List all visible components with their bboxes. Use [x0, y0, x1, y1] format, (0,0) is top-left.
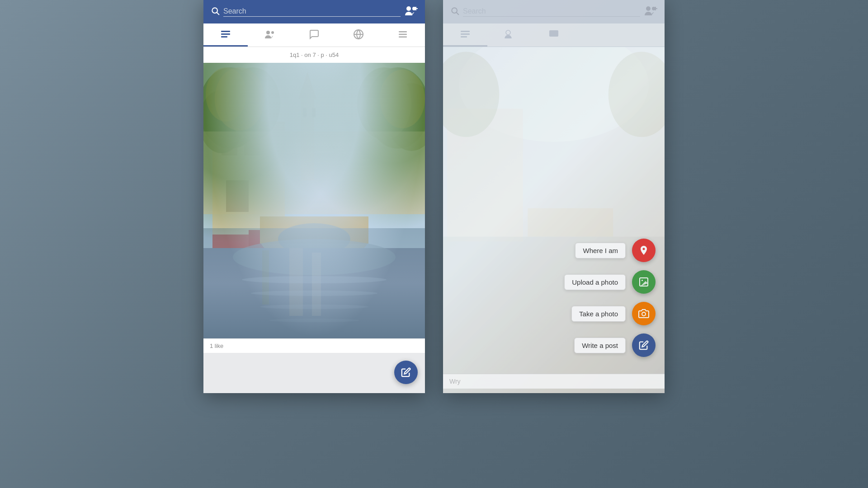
app-container: Search	[0, 0, 868, 488]
svg-point-18	[242, 63, 387, 126]
svg-rect-19	[212, 122, 285, 248]
svg-rect-23	[226, 180, 249, 212]
left-header: Search	[203, 0, 425, 23]
svg-rect-7	[221, 33, 230, 35]
svg-point-31	[203, 90, 244, 153]
nav-item-globe[interactable]	[336, 23, 381, 47]
svg-point-9	[266, 31, 270, 34]
svg-point-36	[387, 83, 425, 151]
post-footer: 1 like	[203, 338, 425, 353]
painting-canvas	[203, 63, 425, 338]
right-search-placeholder[interactable]: Search	[463, 7, 640, 17]
left-nav-bar	[203, 23, 425, 47]
search-placeholder-text[interactable]: Search	[223, 7, 401, 17]
nav-item-messages[interactable]	[292, 23, 336, 47]
where-i-am-button[interactable]	[632, 239, 656, 262]
svg-rect-44	[289, 248, 303, 316]
svg-rect-22	[244, 135, 260, 155]
compose-fab-button[interactable]	[394, 361, 418, 384]
friends-request-icon[interactable]	[405, 5, 418, 18]
svg-point-49	[260, 305, 368, 309]
svg-rect-25	[249, 230, 285, 248]
write-post-row: Write a post	[574, 333, 656, 357]
action-buttons-overlay: Where I am Upload a photo	[564, 239, 656, 357]
svg-marker-27	[298, 72, 316, 99]
upload-photo-label: Upload a photo	[564, 274, 626, 290]
right-nav-item-home[interactable]	[443, 23, 487, 47]
post-header: 1q1 · on 7 · p · u54	[203, 47, 425, 63]
svg-rect-57	[461, 31, 470, 32]
svg-rect-45	[312, 253, 321, 316]
right-write-bar: Wry	[443, 374, 665, 389]
right-header: Search	[443, 0, 665, 23]
write-post-label: Write a post	[574, 338, 626, 353]
write-placeholder[interactable]: Wry	[449, 378, 658, 385]
take-photo-button[interactable]	[632, 302, 656, 325]
svg-rect-29	[312, 108, 316, 117]
painting-svg	[203, 63, 425, 338]
svg-rect-8	[221, 36, 227, 38]
svg-point-47	[242, 276, 387, 283]
svg-point-37	[357, 67, 411, 140]
right-nav-item-4[interactable]	[576, 23, 620, 47]
svg-line-52	[457, 12, 459, 14]
phone-left: Search	[203, 0, 425, 393]
take-photo-row: Take a photo	[571, 302, 656, 325]
nav-item-home[interactable]	[203, 23, 248, 47]
svg-rect-59	[461, 36, 467, 38]
svg-rect-28	[303, 108, 307, 117]
post-meta-text: 1q1 · on 7 · p · u54	[290, 52, 339, 58]
right-nav-item-2[interactable]	[487, 23, 532, 47]
svg-rect-26	[301, 90, 314, 180]
svg-rect-61	[549, 30, 558, 37]
right-search-icon	[450, 6, 459, 18]
svg-rect-40	[260, 216, 368, 244]
phone-right: Search	[443, 0, 665, 393]
take-photo-label: Take a photo	[571, 306, 626, 322]
svg-point-50	[269, 319, 359, 322]
svg-rect-21	[222, 135, 237, 155]
post-card: 1q1 · on 7 · p · u54	[203, 47, 425, 353]
left-feed-area: 1q1 · on 7 · p · u54	[203, 47, 425, 393]
nav-item-friends[interactable]	[248, 23, 292, 47]
svg-point-10	[271, 31, 274, 34]
svg-rect-65	[528, 208, 613, 237]
svg-point-17	[224, 63, 405, 153]
svg-rect-20	[212, 122, 285, 131]
svg-point-38	[380, 70, 425, 128]
svg-point-35	[366, 67, 425, 149]
svg-point-2	[406, 6, 411, 11]
right-nav-bar	[443, 23, 665, 47]
svg-rect-58	[461, 33, 470, 35]
likes-text: 1 like	[210, 343, 223, 349]
right-search-bar: Search	[450, 6, 640, 18]
nav-item-menu[interactable]	[381, 23, 425, 47]
svg-point-30	[203, 67, 262, 149]
upload-photo-row: Upload a photo	[564, 270, 656, 294]
upload-photo-button[interactable]	[632, 270, 656, 294]
where-i-am-row: Where I am	[575, 239, 656, 262]
search-icon	[211, 6, 220, 18]
svg-point-34	[206, 67, 246, 122]
where-i-am-label: Where I am	[575, 243, 626, 258]
svg-rect-15	[399, 37, 407, 38]
right-friends-icon[interactable]	[645, 5, 657, 18]
svg-point-32	[226, 67, 280, 140]
svg-rect-13	[399, 31, 407, 33]
right-nav-item-3[interactable]	[532, 23, 576, 47]
svg-rect-46	[262, 250, 269, 305]
svg-rect-24	[212, 235, 249, 248]
svg-rect-14	[399, 34, 407, 35]
svg-point-48	[251, 291, 377, 296]
svg-rect-16	[203, 63, 425, 338]
post-meta: 1q1 · on 7 · p · u54	[210, 52, 419, 58]
svg-point-71	[642, 312, 646, 316]
write-post-button[interactable]	[632, 333, 656, 357]
right-feed-area: Where I am Upload a photo	[443, 47, 665, 393]
post-image	[203, 63, 425, 338]
right-nav-item-5[interactable]	[620, 23, 665, 47]
svg-point-43	[233, 239, 396, 275]
svg-rect-42	[203, 248, 425, 338]
svg-line-1	[217, 12, 219, 14]
left-search-bar: Search	[211, 6, 401, 18]
